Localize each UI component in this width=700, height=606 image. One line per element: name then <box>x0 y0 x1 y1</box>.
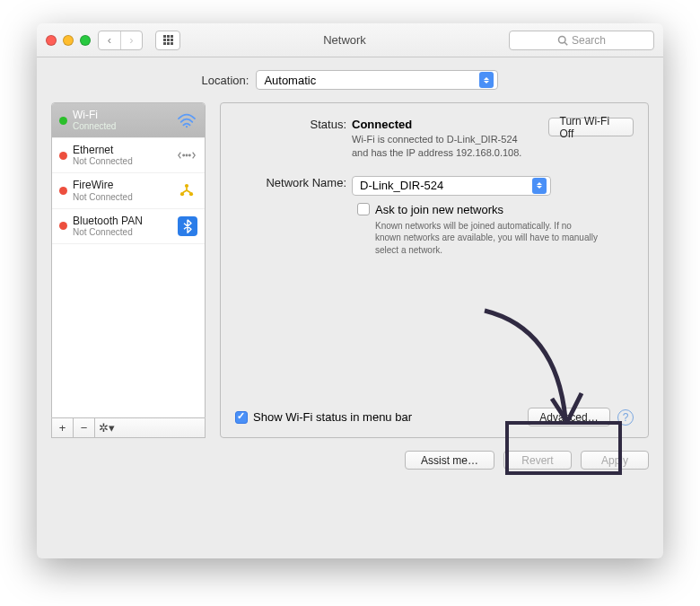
interface-name: Wi-Fi <box>73 110 171 121</box>
network-name-select[interactable]: D-Link_DIR-524 <box>352 176 551 196</box>
sidebar-item-ethernet[interactable]: Ethernet Not Connected <box>52 138 205 173</box>
back-button[interactable]: ‹ <box>99 31 120 49</box>
ask-to-join-description: Known networks will be joined automatica… <box>375 220 599 257</box>
interface-status: Not Connected <box>73 227 172 237</box>
chevron-updown-icon <box>532 178 547 194</box>
network-name-label: Network Name: <box>235 176 352 196</box>
status-dot-icon <box>59 152 67 160</box>
show-status-checkbox[interactable] <box>235 411 248 424</box>
remove-interface-button[interactable]: − <box>74 418 95 437</box>
interface-actions-button[interactable]: ✲▾ <box>95 418 205 437</box>
wifi-icon <box>176 110 197 130</box>
grid-icon <box>163 35 173 46</box>
sidebar-item-bluetooth[interactable]: Bluetooth PAN Not Connected <box>52 209 205 244</box>
show-all-button[interactable] <box>155 31 180 50</box>
svg-point-3 <box>183 154 185 156</box>
main-area: Wi-Fi Connected Ethernet Not Connected <box>51 102 649 438</box>
svg-point-6 <box>185 184 188 188</box>
location-select[interactable]: Automatic <box>256 70 498 90</box>
sidebar-item-wifi[interactable]: Wi-Fi Connected <box>52 103 205 138</box>
status-dot-icon <box>59 117 67 125</box>
location-label: Location: <box>202 74 249 87</box>
help-button[interactable]: ? <box>617 409 634 426</box>
sidebar-item-firewire[interactable]: FireWire Not Connected <box>52 173 205 208</box>
advanced-button[interactable]: Advanced… <box>528 408 610 426</box>
close-icon[interactable] <box>46 35 57 46</box>
gear-icon: ✲▾ <box>99 421 115 435</box>
svg-point-0 <box>558 36 565 43</box>
revert-button[interactable]: Revert <box>503 451 572 470</box>
status-description: Wi-Fi is connected to D-Link_DIR-524 and… <box>352 133 530 160</box>
firewire-icon <box>176 180 197 200</box>
interface-status: Not Connected <box>73 192 171 202</box>
turn-wifi-off-button[interactable]: Turn Wi-Fi Off <box>548 118 634 136</box>
interface-status: Connected <box>73 121 171 131</box>
search-placeholder: Search <box>572 34 606 47</box>
add-interface-button[interactable]: + <box>52 418 74 437</box>
content-area: Location: Automatic Wi-Fi Connected <box>37 57 663 482</box>
window-title: Network <box>188 33 502 47</box>
minimize-icon[interactable] <box>63 35 74 46</box>
svg-point-4 <box>186 154 188 156</box>
chevron-updown-icon <box>479 72 494 88</box>
sidebar-tools: + − ✲▾ <box>51 418 206 438</box>
window-controls <box>46 35 91 46</box>
location-row: Location: Automatic <box>51 70 649 90</box>
show-status-label: Show Wi-Fi status in menu bar <box>253 410 412 424</box>
network-name-value: D-Link_DIR-524 <box>360 179 443 192</box>
assist-me-button[interactable]: Assist me… <box>405 451 494 470</box>
interface-status: Not Connected <box>73 156 171 166</box>
svg-line-1 <box>564 42 567 45</box>
titlebar: ‹ › Network Search <box>37 23 663 57</box>
status-value: Connected <box>352 118 412 131</box>
search-icon <box>557 35 568 46</box>
ask-to-join-checkbox[interactable] <box>357 203 370 215</box>
svg-point-2 <box>186 126 188 127</box>
search-field[interactable]: Search <box>509 31 654 50</box>
zoom-icon[interactable] <box>80 35 91 46</box>
apply-button[interactable]: Apply <box>581 451 649 470</box>
bluetooth-icon <box>178 216 197 236</box>
ask-to-join-label: Ask to join new networks <box>375 203 599 216</box>
nav-back-forward: ‹ › <box>98 31 143 50</box>
interface-list: Wi-Fi Connected Ethernet Not Connected <box>51 102 206 418</box>
detail-panel: Status: Connected Wi-Fi is connected to … <box>220 102 649 438</box>
interface-name: Bluetooth PAN <box>73 215 172 227</box>
sidebar-container: Wi-Fi Connected Ethernet Not Connected <box>51 102 206 438</box>
footer-buttons: Assist me… Revert Apply <box>51 451 649 470</box>
forward-button[interactable]: › <box>120 31 142 49</box>
status-dot-icon <box>59 187 67 195</box>
ethernet-icon <box>176 145 197 165</box>
interface-name: Ethernet <box>73 145 171 156</box>
status-label: Status: <box>235 118 352 160</box>
interface-name: FireWire <box>73 180 171 191</box>
location-value: Automatic <box>264 74 316 87</box>
svg-point-5 <box>189 154 191 156</box>
network-preferences-window: ‹ › Network Search Location: Automatic <box>37 23 663 558</box>
status-dot-icon <box>59 222 67 230</box>
